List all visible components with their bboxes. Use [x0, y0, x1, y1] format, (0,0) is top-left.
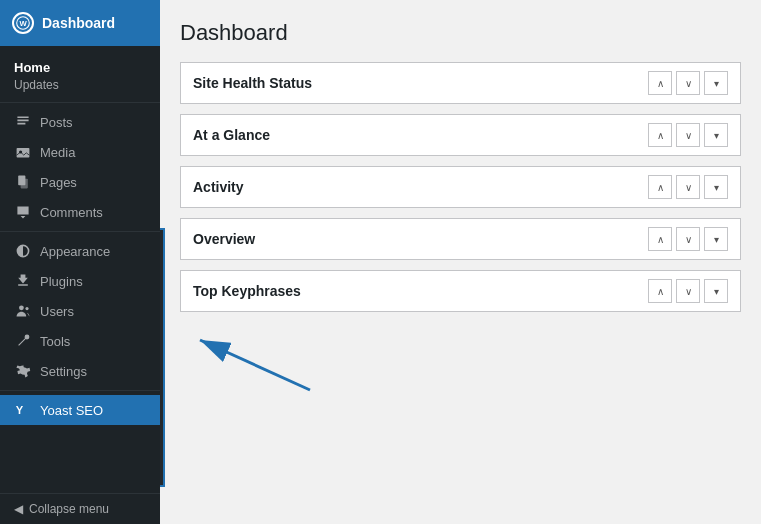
sidebar-item-label: Comments: [40, 205, 103, 220]
settings-icon: [14, 362, 32, 380]
sidebar-item-home[interactable]: Home: [0, 54, 160, 77]
widget-at-a-glance: At a Glance ∧ ∨ ▾: [180, 114, 741, 156]
sidebar-item-tools[interactable]: Tools: [0, 326, 160, 356]
sidebar-item-updates[interactable]: Updates: [0, 77, 160, 98]
posts-icon: [14, 113, 32, 131]
tools-icon: [14, 332, 32, 350]
sidebar-item-posts[interactable]: Posts: [0, 107, 160, 137]
widget-site-health: Site Health Status ∧ ∨ ▾: [180, 62, 741, 104]
sidebar-item-settings[interactable]: Settings: [0, 356, 160, 386]
widget-activity-up-btn[interactable]: ∧: [648, 175, 672, 199]
sidebar-item-users[interactable]: Users: [0, 296, 160, 326]
widget-top-keyphrases: Top Keyphrases ∧ ∨ ▾: [180, 270, 741, 312]
updates-label: Updates: [14, 78, 59, 92]
collapse-menu-button[interactable]: ◀ Collapse menu: [0, 494, 160, 524]
sidebar-item-comments[interactable]: Comments: [0, 197, 160, 227]
plugins-icon: [14, 272, 32, 290]
wp-logo-icon: W: [12, 12, 34, 34]
sidebar-item-yoastseo[interactable]: Y Yoast SEO: [0, 395, 160, 425]
pages-icon: [14, 173, 32, 191]
dropdown-item-settings[interactable]: Settings: [160, 263, 163, 290]
collapse-icon: ◀: [14, 502, 23, 516]
collapse-label: Collapse menu: [29, 502, 109, 516]
sidebar-item-label: Appearance: [40, 244, 110, 259]
dropdown-item-general[interactable]: General: [160, 236, 163, 263]
widget-activity-label: Activity: [193, 179, 648, 195]
sidebar-item-appearance[interactable]: Appearance: [0, 236, 160, 266]
widget-site-health-menu-btn[interactable]: ▾: [704, 71, 728, 95]
svg-point-6: [19, 305, 24, 310]
sidebar: W Dashboard Home Updates Posts Media Pag…: [0, 0, 160, 524]
widget-at-a-glance-label: At a Glance: [193, 127, 648, 143]
dropdown-item-workouts[interactable]: Workouts: [160, 398, 163, 425]
widget-overview-label: Overview: [193, 231, 648, 247]
widget-top-keyphrases-menu-btn[interactable]: ▾: [704, 279, 728, 303]
widget-site-health-label: Site Health Status: [193, 75, 648, 91]
sidebar-divider-3: [0, 390, 160, 391]
home-label: Home: [14, 60, 50, 75]
dropdown-item-support[interactable]: Support: [160, 452, 163, 479]
sidebar-title: Dashboard: [42, 15, 115, 31]
sidebar-divider-1: [0, 102, 160, 103]
yoast-icon: Y: [14, 401, 32, 419]
svg-rect-2: [17, 148, 30, 158]
sidebar-item-label: Yoast SEO: [40, 403, 103, 418]
dropdown-item-redirects[interactable]: Redirects: [160, 425, 163, 452]
sidebar-item-label: Plugins: [40, 274, 83, 289]
dropdown-item-academy[interactable]: Academy: [160, 344, 163, 371]
widget-activity-menu-btn[interactable]: ▾: [704, 175, 728, 199]
media-icon: [14, 143, 32, 161]
sidebar-item-label: Pages: [40, 175, 77, 190]
page-title: Dashboard: [180, 20, 741, 46]
widget-overview-down-btn[interactable]: ∨: [676, 227, 700, 251]
sidebar-divider-2: [0, 231, 160, 232]
users-icon: [14, 302, 32, 320]
widget-activity: Activity ∧ ∨ ▾: [180, 166, 741, 208]
widget-at-a-glance-up-btn[interactable]: ∧: [648, 123, 672, 147]
dropdown-item-tools[interactable]: Tools: [160, 317, 163, 344]
sidebar-header[interactable]: W Dashboard: [0, 0, 160, 46]
svg-text:W: W: [20, 19, 28, 28]
sidebar-home-section: Home Updates: [0, 46, 160, 98]
sidebar-bottom: ◀ Collapse menu: [0, 493, 160, 524]
widget-at-a-glance-down-btn[interactable]: ∨: [676, 123, 700, 147]
widget-overview-actions: ∧ ∨ ▾: [648, 227, 728, 251]
widget-top-keyphrases-label: Top Keyphrases: [193, 283, 648, 299]
sidebar-item-label: Tools: [40, 334, 70, 349]
svg-rect-5: [21, 179, 28, 189]
widget-top-keyphrases-down-btn[interactable]: ∨: [676, 279, 700, 303]
sidebar-item-pages[interactable]: Pages: [0, 167, 160, 197]
widget-top-keyphrases-actions: ∧ ∨ ▾: [648, 279, 728, 303]
widget-at-a-glance-actions: ∧ ∨ ▾: [648, 123, 728, 147]
widget-top-keyphrases-up-btn[interactable]: ∧: [648, 279, 672, 303]
sidebar-item-media[interactable]: Media: [0, 137, 160, 167]
sidebar-item-label: Media: [40, 145, 75, 160]
widget-overview: Overview ∧ ∨ ▾: [180, 218, 741, 260]
svg-point-7: [25, 307, 28, 310]
dropdown-item-integrations[interactable]: Integrations: [160, 290, 163, 317]
widget-site-health-up-btn[interactable]: ∧: [648, 71, 672, 95]
dropdown-item-premium[interactable]: Premium: [160, 371, 163, 398]
widget-site-health-actions: ∧ ∨ ▾: [648, 71, 728, 95]
sidebar-item-plugins[interactable]: Plugins: [0, 266, 160, 296]
arrow-indicator: [170, 330, 330, 410]
widget-overview-menu-btn[interactable]: ▾: [704, 227, 728, 251]
sidebar-item-label: Settings: [40, 364, 87, 379]
appearance-icon: [14, 242, 32, 260]
svg-line-11: [200, 340, 310, 390]
widget-overview-up-btn[interactable]: ∧: [648, 227, 672, 251]
widget-activity-actions: ∧ ∨ ▾: [648, 175, 728, 199]
widget-site-health-down-btn[interactable]: ∨: [676, 71, 700, 95]
comments-icon: [14, 203, 32, 221]
widget-activity-down-btn[interactable]: ∨: [676, 175, 700, 199]
main-content: Dashboard Site Health Status ∧ ∨ ▾ At a …: [160, 0, 761, 524]
svg-text:Y: Y: [16, 404, 24, 416]
widget-at-a-glance-menu-btn[interactable]: ▾: [704, 123, 728, 147]
sidebar-item-label: Users: [40, 304, 74, 319]
sidebar-item-label: Posts: [40, 115, 73, 130]
yoast-seo-dropdown: General Settings Integrations Tools Acad…: [160, 228, 165, 487]
